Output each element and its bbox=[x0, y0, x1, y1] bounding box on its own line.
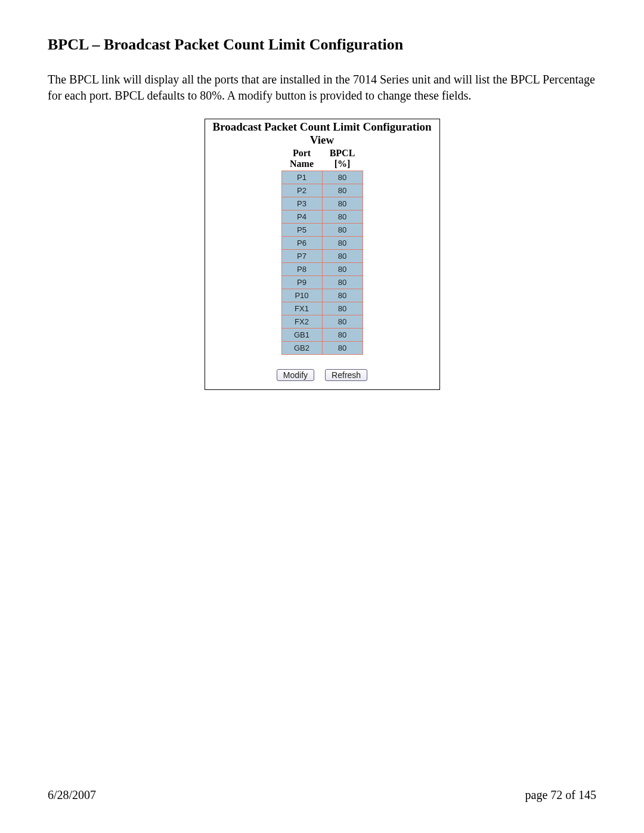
cell-port: FX2 bbox=[281, 315, 322, 329]
page-heading: BPCL – Broadcast Packet Count Limit Conf… bbox=[48, 36, 596, 54]
modify-button[interactable]: Modify bbox=[277, 369, 314, 381]
table-row: P880 bbox=[281, 263, 363, 276]
table-row: P180 bbox=[281, 171, 363, 184]
col-header-port: Port Name bbox=[281, 148, 322, 171]
intro-paragraph: The BPCL link will display all the ports… bbox=[48, 72, 596, 104]
page-footer: 6/28/2007 page 72 of 145 bbox=[48, 788, 596, 802]
cell-bpcl: 80 bbox=[322, 210, 363, 224]
panel-title: Broadcast Packet Count Limit Configurati… bbox=[205, 120, 439, 147]
cell-bpcl: 80 bbox=[322, 329, 363, 342]
cell-bpcl: 80 bbox=[322, 289, 363, 302]
table-row: GB280 bbox=[281, 342, 363, 355]
table-row: FX180 bbox=[281, 302, 363, 315]
cell-bpcl: 80 bbox=[322, 302, 363, 315]
table-row: FX280 bbox=[281, 315, 363, 329]
cell-port: GB1 bbox=[281, 329, 322, 342]
col-header-bpcl: BPCL [%] bbox=[322, 148, 363, 171]
cell-bpcl: 80 bbox=[322, 171, 363, 184]
cell-port: FX1 bbox=[281, 302, 322, 315]
cell-bpcl: 80 bbox=[322, 276, 363, 289]
cell-port: P1 bbox=[281, 171, 322, 184]
cell-port: P4 bbox=[281, 210, 322, 224]
table-row: P680 bbox=[281, 237, 363, 250]
footer-page: page 72 of 145 bbox=[525, 788, 596, 802]
table-row: P480 bbox=[281, 210, 363, 224]
cell-port: P9 bbox=[281, 276, 322, 289]
cell-port: P7 bbox=[281, 250, 322, 263]
cell-port: P8 bbox=[281, 263, 322, 276]
cell-bpcl: 80 bbox=[322, 263, 363, 276]
cell-bpcl: 80 bbox=[322, 315, 363, 329]
table-row: P380 bbox=[281, 197, 363, 210]
cell-port: P10 bbox=[281, 289, 322, 302]
cell-port: P5 bbox=[281, 224, 322, 237]
document-page: BPCL – Broadcast Packet Count Limit Conf… bbox=[0, 0, 644, 833]
refresh-button[interactable]: Refresh bbox=[325, 369, 367, 381]
table-row: P580 bbox=[281, 224, 363, 237]
cell-bpcl: 80 bbox=[322, 250, 363, 263]
cell-bpcl: 80 bbox=[322, 184, 363, 197]
cell-bpcl: 80 bbox=[322, 224, 363, 237]
cell-port: P6 bbox=[281, 237, 322, 250]
table-row: P980 bbox=[281, 276, 363, 289]
table-row: P280 bbox=[281, 184, 363, 197]
table-row: P1080 bbox=[281, 289, 363, 302]
table-row: GB180 bbox=[281, 329, 363, 342]
cell-port: P2 bbox=[281, 184, 322, 197]
footer-date: 6/28/2007 bbox=[48, 788, 96, 802]
table-header-row: Port Name BPCL [%] bbox=[281, 148, 363, 171]
panel-wrap: Broadcast Packet Count Limit Configurati… bbox=[48, 119, 596, 390]
cell-port: GB2 bbox=[281, 342, 322, 355]
button-row: Modify Refresh bbox=[205, 369, 439, 381]
cell-bpcl: 80 bbox=[322, 197, 363, 210]
cell-bpcl: 80 bbox=[322, 237, 363, 250]
bpcl-table: Port Name BPCL [%] P180P280P380P480P580P… bbox=[281, 148, 363, 355]
cell-port: P3 bbox=[281, 197, 322, 210]
table-row: P780 bbox=[281, 250, 363, 263]
cell-bpcl: 80 bbox=[322, 342, 363, 355]
bpcl-panel: Broadcast Packet Count Limit Configurati… bbox=[205, 119, 440, 390]
